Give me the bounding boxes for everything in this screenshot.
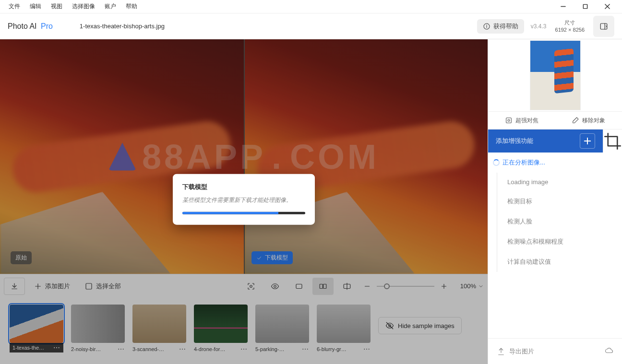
zoom-value-dropdown[interactable]: 100% [460, 282, 484, 290]
thumbnail-label: 3-scanned-… [132, 346, 177, 352]
svg-rect-16 [296, 284, 302, 288]
download-model-badge[interactable]: 下载模型 [251, 251, 293, 264]
dimensions-value: 6192 × 8256 [555, 26, 585, 33]
cloud-sync-button[interactable] [605, 346, 613, 356]
panel-icon [599, 22, 608, 31]
navigator-preview[interactable] [488, 39, 622, 111]
add-images-button[interactable]: 添加图片 [28, 278, 76, 295]
thumbnail-menu-button[interactable]: ⋯ [53, 344, 60, 351]
toggle-right-panel-button[interactable] [593, 16, 614, 37]
status-detect-noise: 检测噪点和模糊程度 [488, 232, 622, 252]
export-label: 导出图片 [509, 347, 534, 356]
thumbnail-item[interactable]: 4-drone-for…⋯ [194, 305, 248, 352]
spinner-icon [493, 159, 500, 166]
add-enhancement-label: 添加增强功能 [496, 137, 576, 145]
download-progress-bar [182, 211, 305, 214]
thumbnail-image [10, 305, 63, 343]
thumbnail-label: 5-parking-… [255, 346, 299, 352]
thumbnail-menu-button[interactable]: ⋯ [240, 346, 248, 352]
app-version: v3.4.3 [531, 23, 547, 30]
menu-edit[interactable]: 编辑 [25, 2, 46, 11]
zoom-in-button[interactable] [437, 278, 451, 295]
window-close-button[interactable] [596, 0, 618, 13]
get-help-label: 获得帮助 [493, 22, 518, 31]
plus-small-icon [440, 282, 448, 291]
single-view-icon [295, 282, 303, 291]
svg-point-6 [486, 25, 487, 25]
menu-file[interactable]: 文件 [4, 2, 25, 11]
menu-account[interactable]: 账户 [100, 2, 121, 11]
thumbnail-label: 4-drone-for… [194, 346, 238, 352]
app-name: Photo AI [8, 22, 37, 30]
download-model-label: 下载模型 [265, 254, 288, 262]
original-badge: 原始 [11, 251, 32, 264]
crop-button[interactable] [603, 129, 622, 153]
zoom-slider[interactable] [377, 286, 434, 287]
status-detect-face: 检测人脸 [488, 211, 622, 232]
export-images-button[interactable]: 导出图片 [497, 347, 534, 356]
eye-off-icon [385, 321, 394, 330]
navigator-viewport-indicator [565, 74, 571, 80]
thumbnail-item[interactable]: 6-blurry-gr…⋯ [317, 305, 371, 352]
status-loading-image: Loading image [488, 173, 622, 191]
dialog-message: 某些模型文件需要重新下载才能处理图像。 [182, 196, 305, 204]
app-brand: Photo AI Pro [8, 22, 53, 31]
zoom-out-button[interactable] [360, 278, 374, 295]
thumbnail-menu-button[interactable]: ⋯ [179, 346, 186, 352]
svg-rect-17 [320, 284, 323, 288]
super-focus-button[interactable]: 超强对焦 [505, 117, 538, 125]
hide-sample-images-button[interactable]: Hide sample images [378, 317, 462, 334]
thumbnail-filmstrip: 1-texas-the…⋯2-noisy-bir…⋯3-scanned-…⋯4-… [0, 298, 488, 364]
select-all-label: 选择全部 [96, 282, 121, 291]
download-model-dialog: 下载模型 某些模型文件需要重新下载才能处理图像。 [173, 174, 315, 224]
super-focus-label: 超强对焦 [515, 117, 538, 125]
select-all-button[interactable]: 选择全部 [79, 278, 127, 295]
thumbnail-item[interactable]: 2-noisy-bir…⋯ [71, 305, 125, 352]
add-enhancement-button[interactable]: 添加增强功能 [488, 129, 603, 153]
hide-samples-label: Hide sample images [398, 322, 455, 329]
focus-icon [505, 117, 513, 124]
view-single-button[interactable] [288, 278, 310, 295]
export-icon [497, 347, 505, 356]
image-dimensions: 尺寸 6192 × 8256 [555, 19, 585, 33]
svg-rect-7 [600, 23, 607, 29]
eraser-icon [572, 117, 579, 124]
menu-view[interactable]: 视图 [46, 2, 67, 11]
preview-visibility-button[interactable] [264, 278, 286, 295]
thumbnail-label: 2-noisy-bir… [71, 346, 115, 352]
menu-help[interactable]: 帮助 [121, 2, 142, 11]
viewer-toolbar: 添加图片 选择全部 [0, 274, 488, 298]
get-help-button[interactable]: 获得帮助 [477, 19, 524, 34]
processed-image-pane: 下载模型 [244, 39, 488, 274]
auto-detect-button[interactable] [240, 278, 262, 295]
minus-icon [363, 282, 371, 291]
remove-object-button[interactable]: 移除对象 [572, 117, 605, 125]
thumbnail-item[interactable]: 3-scanned-…⋯ [132, 305, 186, 352]
menu-bar: 文件 编辑 视图 选择图像 账户 帮助 [0, 0, 622, 13]
window-minimize-button[interactable] [552, 0, 574, 13]
thumbnail-image [132, 305, 186, 343]
thumbnail-image [71, 305, 125, 343]
plus-icon [34, 282, 42, 291]
image-compare-viewer[interactable]: 原始 下载模型 88APP.COM [0, 39, 488, 274]
svg-point-27 [508, 119, 510, 121]
export-row: 导出图片 [488, 338, 622, 364]
zoom-value-label: 100% [460, 282, 476, 290]
thumbnail-menu-button[interactable]: ⋯ [301, 346, 309, 352]
thumbnail-item[interactable]: 5-parking-…⋯ [255, 305, 309, 352]
crop-icon [603, 132, 622, 151]
view-split-slider-button[interactable] [336, 278, 358, 295]
status-analyzing: 正在分析图像... [488, 153, 622, 173]
thumbnail-menu-button[interactable]: ⋯ [117, 346, 125, 352]
menu-select-image[interactable]: 选择图像 [67, 2, 100, 11]
download-queue-button[interactable] [4, 278, 25, 295]
split-slider-icon [343, 282, 351, 291]
svg-rect-13 [86, 283, 92, 289]
status-detect-target: 检测目标 [488, 191, 622, 211]
view-side-by-side-button[interactable] [312, 278, 334, 295]
thumbnail-item[interactable]: 1-texas-the…⋯ [10, 305, 63, 352]
app-tier: Pro [41, 22, 53, 30]
svg-rect-1 [583, 4, 587, 8]
window-maximize-button[interactable] [574, 0, 596, 13]
thumbnail-menu-button[interactable]: ⋯ [363, 346, 371, 352]
